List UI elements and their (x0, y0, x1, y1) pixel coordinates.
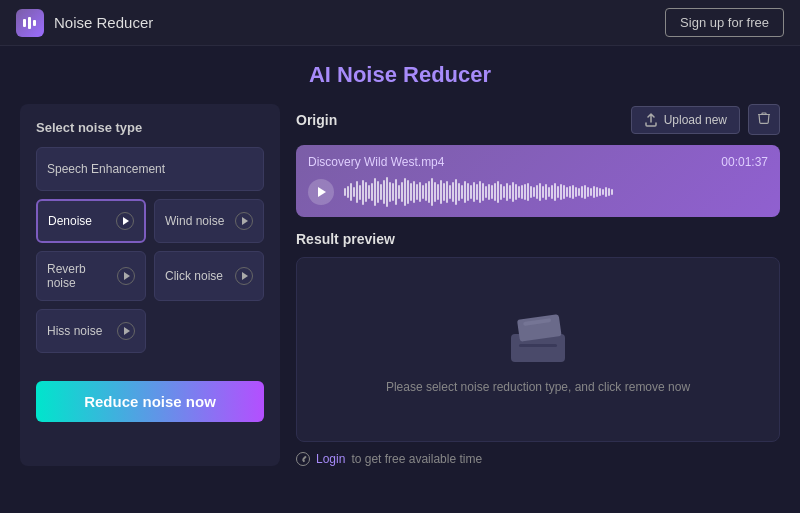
trash-icon (757, 111, 771, 125)
upload-new-button[interactable]: Upload new (631, 106, 740, 134)
footer-bar: Login to get free available time (296, 452, 780, 466)
origin-header: Origin Upload new (296, 104, 780, 135)
noise-label-denoise: Denoise (48, 214, 116, 228)
upload-icon (644, 113, 658, 127)
noise-item-hiss[interactable]: Hiss noise (36, 309, 146, 353)
origin-title: Origin (296, 112, 337, 128)
placeholder-tray-icon (503, 306, 573, 366)
noise-item-wind[interactable]: Wind noise (154, 199, 264, 243)
footer-suffix: to get free available time (351, 452, 482, 466)
clock-icon (296, 452, 310, 466)
waveform-display (344, 177, 768, 207)
header-left: Noise Reducer (16, 9, 153, 37)
result-preview-title: Result preview (296, 231, 780, 247)
page-title: AI Noise Reducer (20, 62, 780, 88)
reduce-noise-button[interactable]: Reduce noise now (36, 381, 264, 422)
right-panel: Origin Upload new (296, 104, 780, 466)
delete-button[interactable] (748, 104, 780, 135)
wind-play-icon[interactable] (235, 212, 253, 230)
result-preview-area: Please select noise reduction type, and … (296, 257, 780, 442)
audio-player: Discovery Wild West.mp4 00:01:37 (296, 145, 780, 217)
noise-label-reverb: Reverb noise (47, 262, 117, 290)
noise-grid: Denoise Wind noise Reverb noise Click no… (36, 199, 264, 353)
reverb-play-icon[interactable] (117, 267, 135, 285)
audio-info-bar: Discovery Wild West.mp4 00:01:37 (308, 155, 768, 169)
noise-section-title: Select noise type (36, 120, 264, 135)
click-play-icon[interactable] (235, 267, 253, 285)
noise-item-speech[interactable]: Speech Enhancement (36, 147, 264, 191)
app-logo (16, 9, 44, 37)
audio-duration: 00:01:37 (721, 155, 768, 169)
left-panel: Select noise type Speech Enhancement Den… (20, 104, 280, 466)
audio-filename: Discovery Wild West.mp4 (308, 155, 444, 169)
content-area: Select noise type Speech Enhancement Den… (20, 104, 780, 466)
svg-rect-1 (28, 17, 31, 29)
denoise-play-icon[interactable] (116, 212, 134, 230)
noise-label-wind: Wind noise (165, 214, 235, 228)
result-placeholder-text: Please select noise reduction type, and … (386, 380, 690, 394)
main-content: AI Noise Reducer Select noise type Speec… (0, 46, 800, 482)
audio-play-button[interactable] (308, 179, 334, 205)
upload-btn-label: Upload new (664, 113, 727, 127)
app-header: Noise Reducer Sign up for free (0, 0, 800, 46)
app-title: Noise Reducer (54, 14, 153, 31)
hiss-play-icon[interactable] (117, 322, 135, 340)
svg-rect-2 (33, 20, 36, 26)
noise-item-reverb[interactable]: Reverb noise (36, 251, 146, 301)
login-link[interactable]: Login (316, 452, 345, 466)
noise-label-speech: Speech Enhancement (47, 162, 165, 176)
noise-label-click: Click noise (165, 269, 235, 283)
noise-item-denoise[interactable]: Denoise (36, 199, 146, 243)
audio-controls (308, 177, 768, 207)
origin-actions: Upload new (631, 104, 780, 135)
svg-rect-4 (519, 344, 557, 347)
svg-rect-0 (23, 19, 26, 27)
noise-item-click[interactable]: Click noise (154, 251, 264, 301)
signup-button[interactable]: Sign up for free (665, 8, 784, 37)
noise-label-hiss: Hiss noise (47, 324, 117, 338)
